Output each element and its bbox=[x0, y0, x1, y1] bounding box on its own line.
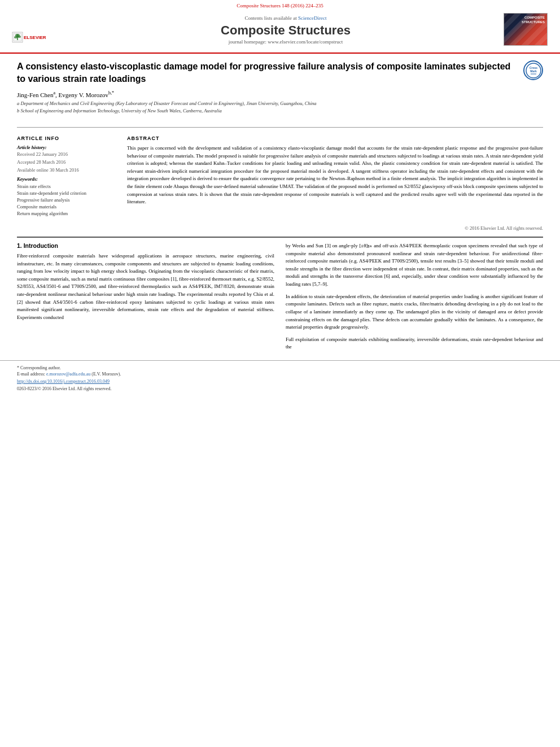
keyword-1: Strain rate effects bbox=[17, 184, 116, 189]
received-date: Received 22 January 2016 bbox=[17, 151, 116, 157]
keyword-4: Composite materials bbox=[17, 204, 116, 209]
section-title-intro: 1. Introduction bbox=[17, 242, 274, 249]
svg-point-4 bbox=[14, 36, 18, 38]
svg-text:ELSEVIER: ELSEVIER bbox=[24, 35, 46, 40]
abstract: ABSTRACT This paper is concerned with th… bbox=[127, 136, 543, 217]
journal-ref: Composite Structures 148 (2016) 224–235 bbox=[237, 3, 323, 8]
svg-text:Mark: Mark bbox=[530, 69, 537, 73]
intro-paragraph3: In addition to strain rate-dependent eff… bbox=[286, 293, 543, 331]
keyword-2: Strain rate-dependent yield criterion bbox=[17, 190, 116, 196]
copyright-line: © 2016 Elsevier Ltd. All rights reserved… bbox=[0, 225, 560, 231]
main-content: 1. Introduction Fibre-reinforced composi… bbox=[0, 242, 560, 357]
affiliation-b: b School of Engineering and Information … bbox=[17, 107, 543, 115]
main-divider bbox=[17, 237, 543, 238]
crossmark[interactable]: Cross Mark bbox=[523, 60, 543, 80]
doi-link[interactable]: http://dx.doi.org/10.1016/j.compstruct.2… bbox=[17, 379, 110, 384]
intro-paragraph1: Fibre-reinforced composite materials hav… bbox=[17, 252, 274, 322]
history-label: Article history: bbox=[17, 145, 116, 150]
abstract-title: ABSTRACT bbox=[127, 136, 543, 141]
email-address: E-mail address: e.morozov@adfa.edu.au (E… bbox=[17, 372, 543, 377]
intro-paragraph4: Full exploitation of composite materials… bbox=[286, 336, 543, 351]
journal-header: Composite Structures 148 (2016) 224–235 … bbox=[0, 0, 560, 54]
svg-point-5 bbox=[18, 36, 21, 38]
article-section: A consistency elasto-viscoplastic damage… bbox=[0, 54, 560, 124]
keyword-5: Return mapping algorithm bbox=[17, 211, 116, 216]
issn-text: 0263-8223/© 2016 Elsevier Ltd. All right… bbox=[17, 386, 111, 391]
article-info-abstract: ARTICLE INFO Article history: Received 2… bbox=[0, 131, 560, 222]
author-email-link[interactable]: e.morozov@adfa.edu.au bbox=[46, 372, 90, 377]
author2-sup: b,* bbox=[108, 90, 114, 95]
keywords-label: Keywords: bbox=[17, 176, 116, 182]
affiliations: a Department of Mechanics and Civil Engi… bbox=[17, 100, 543, 115]
elsevier-logo: ELSEVIER bbox=[11, 15, 68, 46]
sciencedirect-text: Contents lists available at ScienceDirec… bbox=[68, 15, 504, 21]
article-info: ARTICLE INFO Article history: Received 2… bbox=[17, 136, 116, 217]
article-footer: * Corresponding author. E-mail address: … bbox=[0, 360, 560, 394]
accepted-date: Accepted 28 March 2016 bbox=[17, 159, 116, 165]
abstract-text: This paper is concerned with the develop… bbox=[127, 145, 543, 206]
authors: Jing-Fen Chena, Evgeny V. Morozovb,* bbox=[17, 90, 543, 98]
journal-top-bar: Composite Structures 148 (2016) 224–235 bbox=[0, 0, 560, 10]
available-date: Available online 30 March 2016 bbox=[17, 167, 116, 173]
intro-paragraph2: by Weeks and Sun [3] on angle-ply [±θ]₂ₙ… bbox=[286, 242, 543, 289]
elsevier-logo-svg: ELSEVIER bbox=[11, 15, 68, 45]
author2-name: Evgeny V. Morozov bbox=[59, 91, 109, 98]
footer-links: http://dx.doi.org/10.1016/j.compstruct.2… bbox=[17, 379, 543, 384]
journal-cover: COMPOSITESTRUCTURES bbox=[504, 13, 549, 47]
affiliation-a: a Department of Mechanics and Civil Engi… bbox=[17, 100, 543, 107]
article-info-title: ARTICLE INFO bbox=[17, 136, 116, 141]
journal-center: Contents lists available at ScienceDirec… bbox=[68, 15, 504, 45]
keyword-3: Progressive failure analysis bbox=[17, 197, 116, 203]
journal-homepage: journal homepage: www.elsevier.com/locat… bbox=[68, 39, 504, 45]
sciencedirect-link[interactable]: ScienceDirect bbox=[298, 15, 326, 21]
article-title: A consistency elasto-viscoplastic damage… bbox=[17, 60, 518, 86]
main-left: 1. Introduction Fibre-reinforced composi… bbox=[17, 242, 274, 351]
journal-banner: ELSEVIER Contents lists available at Sci… bbox=[0, 10, 560, 49]
article-title-row: A consistency elasto-viscoplastic damage… bbox=[17, 60, 543, 86]
journal-title: Composite Structures bbox=[68, 23, 504, 38]
crossmark-badge[interactable]: Cross Mark bbox=[523, 60, 543, 80]
journal-cover-image: COMPOSITESTRUCTURES bbox=[504, 13, 548, 46]
footer-issn: 0263-8223/© 2016 Elsevier Ltd. All right… bbox=[17, 386, 543, 391]
corresponding-author: * Corresponding author. bbox=[17, 365, 543, 370]
author1-sup: a bbox=[53, 90, 55, 95]
crossmark-icon: Cross Mark bbox=[526, 63, 541, 78]
cover-text: COMPOSITESTRUCTURES bbox=[522, 16, 545, 25]
section-divider bbox=[17, 127, 543, 128]
main-right: by Weeks and Sun [3] on angle-ply [±θ]₂ₙ… bbox=[286, 242, 543, 351]
page: Composite Structures 148 (2016) 224–235 … bbox=[0, 0, 560, 394]
author1-name: Jing-Fen Chen bbox=[17, 91, 53, 98]
